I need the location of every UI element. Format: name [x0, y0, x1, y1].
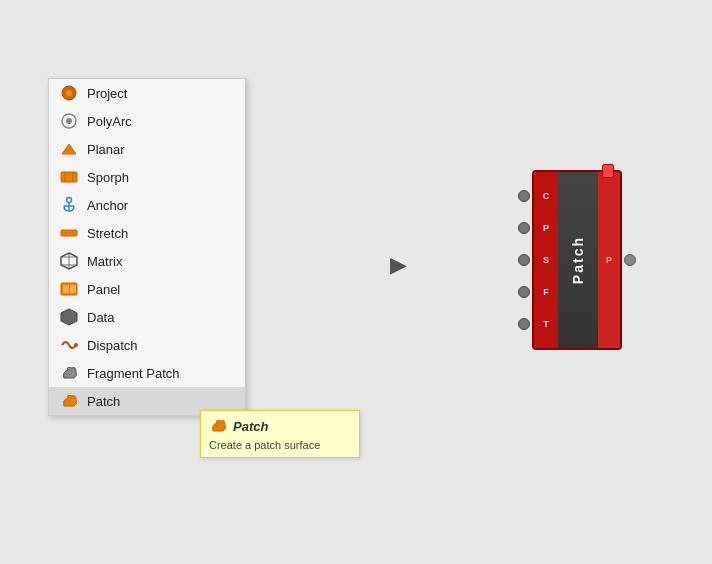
- tooltip-title: Patch: [209, 417, 351, 435]
- stretch-icon: [59, 223, 79, 243]
- menu-item-fragment-patch[interactable]: Fragment Patch: [49, 359, 245, 387]
- menu-item-polyarc[interactable]: PolyArc: [49, 107, 245, 135]
- tooltip-popup: Patch Create a patch surface: [200, 410, 360, 458]
- port-label-c: C: [543, 191, 550, 201]
- flow-arrow: ▶: [390, 252, 407, 278]
- menu-item-matrix-label: Matrix: [87, 254, 235, 269]
- data-icon: [59, 307, 79, 327]
- input-ports: [518, 170, 530, 350]
- menu-item-data-label: Data: [87, 310, 235, 325]
- port-label-s: S: [543, 255, 549, 265]
- menu-item-sporph[interactable]: Sporph: [49, 163, 245, 191]
- patch-label-center: Patch: [558, 172, 598, 348]
- input-port-t[interactable]: [518, 318, 530, 330]
- main-canvas: Project PolyArc Planar: [0, 0, 712, 564]
- menu-item-fragment-patch-label: Fragment Patch: [87, 366, 235, 381]
- input-port-s[interactable]: [518, 254, 530, 266]
- output-port-dot[interactable]: [624, 254, 636, 266]
- svg-point-8: [67, 198, 72, 203]
- patch-body: C P S F T Patch P: [532, 170, 622, 350]
- indicator-light: [602, 164, 614, 178]
- input-port-p[interactable]: [518, 222, 530, 234]
- port-label-t: T: [543, 319, 549, 329]
- dispatch-icon: [59, 335, 79, 355]
- project-icon: [59, 83, 79, 103]
- menu-item-project-label: Project: [87, 86, 235, 101]
- menu-item-anchor-label: Anchor: [87, 198, 235, 213]
- menu-item-anchor[interactable]: Anchor: [49, 191, 245, 219]
- menu-item-dispatch[interactable]: Dispatch: [49, 331, 245, 359]
- polyarc-icon: [59, 111, 79, 131]
- menu-item-matrix[interactable]: Matrix: [49, 247, 245, 275]
- input-port-f[interactable]: [518, 286, 530, 298]
- menu-item-panel-label: Panel: [87, 282, 235, 297]
- patch-component: C P S F T Patch P: [532, 170, 622, 350]
- svg-point-1: [66, 90, 72, 96]
- svg-point-21: [74, 343, 78, 347]
- menu-item-stretch[interactable]: Stretch: [49, 219, 245, 247]
- port-labels-column: C P S F T: [534, 172, 558, 348]
- tooltip-title-text: Patch: [233, 419, 268, 434]
- svg-rect-18: [63, 285, 69, 293]
- panel-icon: [59, 279, 79, 299]
- sporph-icon: [59, 167, 79, 187]
- patch-right-panel: P: [598, 172, 620, 348]
- output-port-label-p: P: [606, 255, 612, 265]
- menu-item-polyarc-label: PolyArc: [87, 114, 235, 129]
- menu-item-data[interactable]: Data: [49, 303, 245, 331]
- svg-point-3: [66, 118, 72, 124]
- output-port-p[interactable]: [624, 254, 636, 266]
- menu-item-dispatch-label: Dispatch: [87, 338, 235, 353]
- svg-rect-19: [70, 285, 76, 293]
- matrix-icon: [59, 251, 79, 271]
- svg-rect-5: [61, 172, 77, 182]
- menu-item-sporph-label: Sporph: [87, 170, 235, 185]
- svg-marker-20: [61, 309, 77, 325]
- patch-red-box: C P S F T Patch P: [532, 170, 622, 350]
- patch-component-label: Patch: [570, 236, 586, 284]
- svg-marker-4: [62, 144, 76, 154]
- menu-item-stretch-label: Stretch: [87, 226, 235, 241]
- tooltip-description: Create a patch surface: [209, 439, 351, 451]
- menu-item-project[interactable]: Project: [49, 79, 245, 107]
- planar-icon: [59, 139, 79, 159]
- tooltip-patch-icon: [209, 417, 227, 435]
- patch-menu-icon: [59, 391, 79, 411]
- menu-item-panel[interactable]: Panel: [49, 275, 245, 303]
- fragment-patch-icon: [59, 363, 79, 383]
- menu-item-patch-label: Patch: [87, 394, 235, 409]
- menu-item-planar[interactable]: Planar: [49, 135, 245, 163]
- port-label-f: F: [543, 287, 549, 297]
- input-port-c[interactable]: [518, 190, 530, 202]
- anchor-icon: [59, 195, 79, 215]
- port-label-p: P: [543, 223, 549, 233]
- menu-item-planar-label: Planar: [87, 142, 235, 157]
- dropdown-menu: Project PolyArc Planar: [48, 78, 246, 416]
